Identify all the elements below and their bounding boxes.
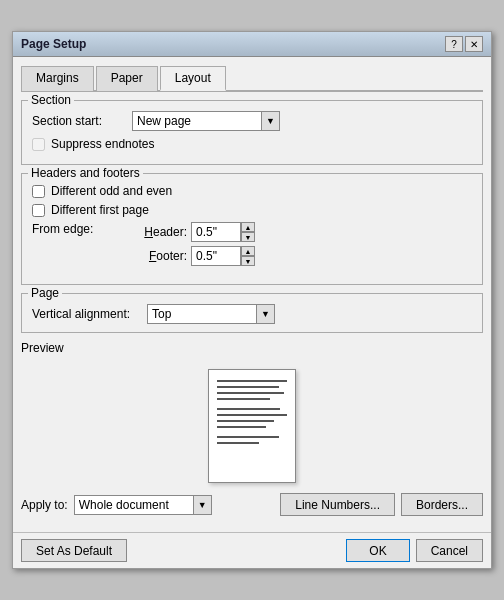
suppress-endnotes-row: Suppress endnotes bbox=[32, 137, 472, 151]
section-group: Section Section start: ▼ Suppress endnot… bbox=[21, 100, 483, 165]
preview-line-2 bbox=[217, 386, 279, 388]
section-start-label: Section start: bbox=[32, 114, 132, 128]
footer-down-button[interactable]: ▼ bbox=[241, 256, 255, 266]
suppress-endnotes-checkbox[interactable] bbox=[32, 138, 45, 151]
footer-right-buttons: OK Cancel bbox=[346, 539, 483, 562]
different-odd-even-checkbox[interactable] bbox=[32, 185, 45, 198]
preview-label: Preview bbox=[21, 341, 483, 355]
vertical-alignment-input[interactable] bbox=[147, 304, 257, 324]
header-spinner-label: Header: bbox=[132, 225, 187, 239]
header-spinner-row: Header: ▲ ▼ bbox=[132, 222, 255, 242]
section-start-row: Section start: ▼ bbox=[32, 111, 472, 131]
section-group-label: Section bbox=[28, 93, 74, 107]
tab-layout[interactable]: Layout bbox=[160, 66, 226, 91]
footer-spinner-buttons: ▲ ▼ bbox=[241, 246, 255, 266]
page-setup-dialog: Page Setup ? ✕ Margins Paper Layout Sect… bbox=[12, 31, 492, 569]
preview-line-5 bbox=[217, 408, 280, 410]
preview-line-6 bbox=[217, 414, 287, 416]
ok-button[interactable]: OK bbox=[346, 539, 409, 562]
header-down-button[interactable]: ▼ bbox=[241, 232, 255, 242]
section-start-input[interactable] bbox=[132, 111, 262, 131]
line-numbers-button[interactable]: Line Numbers... bbox=[280, 493, 395, 516]
tab-margins[interactable]: Margins bbox=[21, 66, 94, 91]
different-odd-even-label: Different odd and even bbox=[51, 184, 172, 198]
apply-to-label: Apply to: bbox=[21, 498, 68, 512]
borders-button[interactable]: Borders... bbox=[401, 493, 483, 516]
cancel-button[interactable]: Cancel bbox=[416, 539, 483, 562]
preview-section: Preview bbox=[21, 341, 483, 489]
page-group-label: Page bbox=[28, 286, 62, 300]
from-edge-row: From edge: Header: ▲ ▼ Footer: bbox=[32, 222, 472, 270]
preview-line-4 bbox=[217, 398, 270, 400]
preview-line-8 bbox=[217, 426, 266, 428]
from-edge-label: From edge: bbox=[32, 222, 132, 236]
apply-to-arrow[interactable]: ▼ bbox=[194, 495, 212, 515]
suppress-endnotes-label: Suppress endnotes bbox=[51, 137, 154, 151]
vertical-alignment-arrow[interactable]: ▼ bbox=[257, 304, 275, 324]
vertical-alignment-dropdown: ▼ bbox=[147, 304, 275, 324]
dialog-title: Page Setup bbox=[21, 37, 86, 51]
close-button[interactable]: ✕ bbox=[465, 36, 483, 52]
dialog-content: Margins Paper Layout Section Section sta… bbox=[13, 57, 491, 532]
headers-footers-group: Headers and footers Different odd and ev… bbox=[21, 173, 483, 285]
vertical-alignment-label: Vertical alignment: bbox=[32, 307, 147, 321]
title-bar-buttons: ? ✕ bbox=[445, 36, 483, 52]
section-start-dropdown: ▼ bbox=[132, 111, 280, 131]
header-spinner-buttons: ▲ ▼ bbox=[241, 222, 255, 242]
apply-to-dropdown: ▼ bbox=[74, 495, 212, 515]
preview-line-1 bbox=[217, 380, 287, 382]
header-up-button[interactable]: ▲ bbox=[241, 222, 255, 232]
preview-line-9 bbox=[217, 436, 279, 438]
header-input[interactable] bbox=[191, 222, 241, 242]
apply-to-input[interactable] bbox=[74, 495, 194, 515]
section-group-inner: Section start: ▼ Suppress endnotes bbox=[32, 111, 472, 151]
apply-to-row: Apply to: ▼ Line Numbers... Borders... bbox=[21, 493, 483, 516]
footer-up-button[interactable]: ▲ bbox=[241, 246, 255, 256]
dialog-footer: Set As Default OK Cancel bbox=[13, 532, 491, 568]
different-first-label: Different first page bbox=[51, 203, 149, 217]
tabs: Margins Paper Layout bbox=[21, 65, 483, 92]
different-odd-even-row: Different odd and even bbox=[32, 184, 472, 198]
page-group: Page Vertical alignment: ▼ bbox=[21, 293, 483, 333]
preview-line-3 bbox=[217, 392, 284, 394]
tab-paper[interactable]: Paper bbox=[96, 66, 158, 91]
help-button[interactable]: ? bbox=[445, 36, 463, 52]
title-bar: Page Setup ? ✕ bbox=[13, 32, 491, 57]
preview-line-7 bbox=[217, 420, 274, 422]
different-first-checkbox[interactable] bbox=[32, 204, 45, 217]
vertical-alignment-row: Vertical alignment: ▼ bbox=[32, 304, 472, 324]
section-start-arrow[interactable]: ▼ bbox=[262, 111, 280, 131]
footer-spinner-label: Footer: bbox=[132, 249, 187, 263]
set-as-default-button[interactable]: Set As Default bbox=[21, 539, 127, 562]
footer-spinner-row: Footer: ▲ ▼ bbox=[132, 246, 255, 266]
page-group-inner: Vertical alignment: ▼ bbox=[32, 304, 472, 324]
preview-area bbox=[21, 359, 483, 489]
different-first-row: Different first page bbox=[32, 203, 472, 217]
headers-footers-group-label: Headers and footers bbox=[28, 166, 143, 180]
footer-input[interactable] bbox=[191, 246, 241, 266]
headers-footers-inner: Different odd and even Different first p… bbox=[32, 184, 472, 270]
preview-page bbox=[208, 369, 296, 483]
preview-line-10 bbox=[217, 442, 259, 444]
from-edge-spinners: Header: ▲ ▼ Footer: ▲ bbox=[132, 222, 255, 270]
